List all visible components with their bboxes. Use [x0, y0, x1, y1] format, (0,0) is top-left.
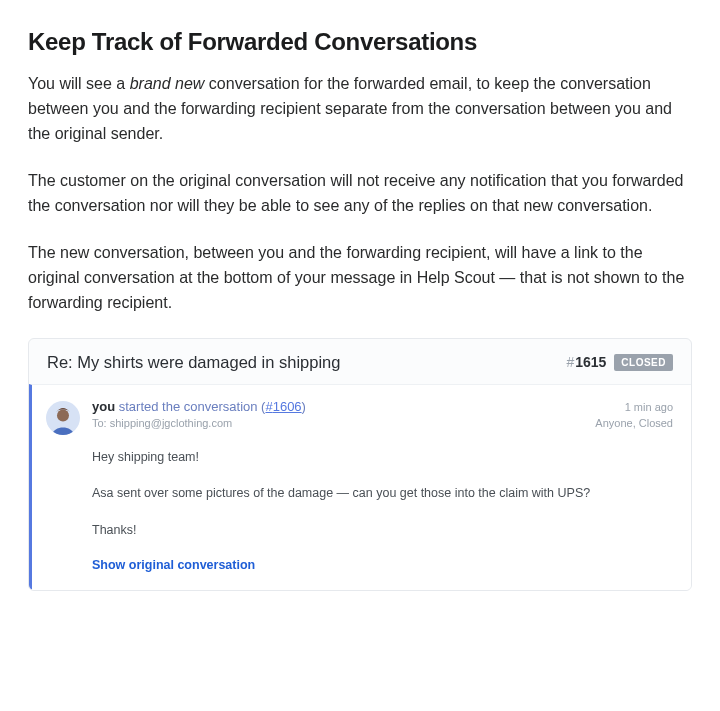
timestamp: 1 min ago: [595, 399, 673, 416]
paragraph-1: You will see a brand new conversation fo…: [28, 72, 692, 147]
card-header: Re: My shirts were damaged in shipping #…: [29, 339, 691, 384]
message-line-1: Hey shipping team!: [92, 448, 673, 467]
message-line-2: Asa sent over some pictures of the damag…: [92, 484, 673, 503]
person-icon: [48, 405, 78, 435]
card-body: you started the conversation (#1606) To:…: [29, 384, 691, 590]
message-line-3: Thanks!: [92, 521, 673, 540]
started-text: started the conversation (: [115, 399, 265, 414]
conversation-card: Re: My shirts were damaged in shipping #…: [28, 338, 692, 591]
ticket-hash: #: [566, 354, 574, 370]
original-conversation-link[interactable]: #1606: [265, 399, 301, 414]
paragraph-2: The customer on the original conversatio…: [28, 169, 692, 219]
started-line: you started the conversation (#1606): [92, 399, 306, 414]
to-line: To: shipping@jgclothing.com: [92, 417, 306, 429]
thread-content: you started the conversation (#1606) To:…: [92, 399, 673, 576]
status-badge: CLOSED: [614, 354, 673, 371]
to-email: shipping@jgclothing.com: [110, 417, 232, 429]
you-label: you: [92, 399, 115, 414]
conversation-subject: Re: My shirts were damaged in shipping: [47, 353, 340, 372]
message-body: Hey shipping team! Asa sent over some pi…: [92, 448, 673, 540]
ticket-id: 1615: [575, 354, 606, 370]
started-close: ): [302, 399, 306, 414]
section-heading: Keep Track of Forwarded Conversations: [28, 28, 692, 56]
link-id-number: 1606: [273, 399, 302, 414]
thread-header-left: you started the conversation (#1606) To:…: [92, 399, 306, 429]
card-meta: #1615 CLOSED: [566, 354, 673, 371]
to-label: To:: [92, 417, 107, 429]
p1-emphasis: brand new: [130, 75, 205, 92]
assignment-status: Anyone, Closed: [595, 415, 673, 432]
link-hash: #: [265, 399, 272, 414]
thread-item: you started the conversation (#1606) To:…: [32, 385, 691, 590]
svg-point-0: [57, 409, 69, 421]
ticket-number: #1615: [566, 354, 606, 370]
p1-prefix: You will see a: [28, 75, 130, 92]
show-original-link[interactable]: Show original conversation: [92, 558, 673, 572]
thread-top: you started the conversation (#1606) To:…: [92, 399, 673, 432]
thread-header-right: 1 min ago Anyone, Closed: [595, 399, 673, 432]
avatar: [46, 401, 80, 435]
paragraph-3: The new conversation, between you and th…: [28, 241, 692, 316]
